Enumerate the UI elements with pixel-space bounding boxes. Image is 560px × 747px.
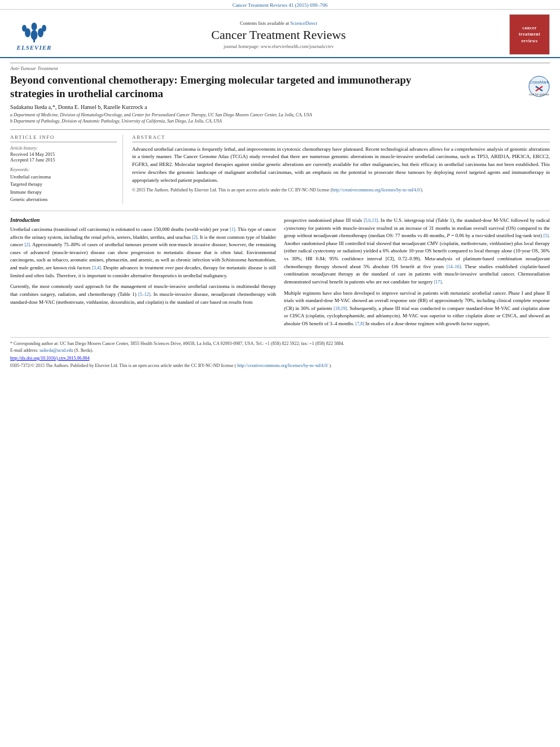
keyword-1: Urothelial carcinoma [10,173,117,181]
right-paragraph-1: prospective randomised phase III trials … [284,217,550,328]
authors-line: Sadakatsu Ikeda a,*, Donna E. Hansel b, … [10,104,550,110]
svg-point-4 [22,25,27,32]
svg-text:CrossMark: CrossMark [530,80,549,84]
abstract-text: Advanced urothelial carcinoma is frequen… [132,146,550,185]
elsevier-wordmark: ELSEVIER [17,44,52,51]
article-info-column: ARTICLE INFO Article history: Received 1… [10,134,123,204]
abstract-header: ABSTRACT [132,134,550,142]
introduction-title: Introduction [10,217,276,223]
keyword-4: Genetic aberrations [10,196,117,204]
doi-anchor[interactable]: http://dx.doi.org/10.1016/j.ctrv.2015.06… [10,356,89,361]
journal-title-block: Contents lists available at ScienceDirec… [58,20,499,49]
svg-point-5 [42,25,46,32]
bottom-license-link[interactable]: http://creativecommons.org/licenses/by-n… [237,363,328,368]
doi-link[interactable]: http://dx.doi.org/10.1016/j.ctrv.2015.06… [10,356,550,361]
received-date: Received 14 May 2015 [10,151,117,157]
article-info-header: ARTICLE INFO [10,134,117,142]
email-link[interactable]: saikeda@ucsd.edu [40,348,73,353]
elsevier-logo: ELSEVIER [10,18,58,51]
left-body-column: Introduction Urothelial carcinoma (trans… [10,217,276,331]
article-title: Beyond conventional chemotherapy: Emergi… [10,73,450,101]
elsevier-tree-icon [19,18,50,43]
svg-point-6 [32,23,37,30]
crossmark-badge[interactable]: CrossMark click for updates [528,76,550,98]
corresponding-author-note: * Corresponding author at: UC San Diego … [10,340,550,347]
journal-title: Cancer Treatment Reviews [58,28,499,42]
crossmark-icon: CrossMark click for updates [528,76,550,97]
issn-license-note: 0305-7372/© 2015 The Authors. Published … [10,362,550,369]
article-content: Anti-Tumour Treatment Beyond conventiona… [0,58,560,374]
journal-homepage: journal homepage: www.elsevierhealth.com… [58,43,499,49]
accepted-date: Accepted 17 June 2015 [10,157,117,163]
right-body-column: prospective randomised phase III trials … [284,217,550,331]
journal-logo-box: cancertreatmentreviews [499,14,550,55]
intro-paragraph-1: Urothelial carcinoma (transitional cell … [10,226,276,306]
keywords-label: Keywords: [10,167,117,172]
sciencedirect-link[interactable]: ScienceDirect [290,20,317,26]
journal-header: ELSEVIER Contents lists available at Sci… [0,9,560,58]
footnote-section: * Corresponding author at: UC San Diego … [10,337,550,369]
affiliation-a: a Department of Medicine, Division of He… [10,112,550,117]
keyword-2: Targeted therapy [10,181,117,189]
article-info-abstract-section: ARTICLE INFO Article history: Received 1… [10,129,550,204]
journal-reference: Cancer Treatment Reviews 41 (2015) 699–7… [0,0,560,9]
main-body: Introduction Urothelial carcinoma (trans… [10,211,550,331]
svg-point-1 [31,30,38,40]
contents-available-line: Contents lists available at ScienceDirec… [58,20,499,26]
cancer-treatment-reviews-logo: cancertreatmentreviews [509,14,550,55]
history-label: Article history: [10,146,117,151]
keyword-3: Immune therapy [10,189,117,196]
license-link[interactable]: http://creativecommons.org/licenses/by-n… [332,187,421,193]
abstract-column: ABSTRACT Advanced urothelial carcinoma i… [132,134,550,204]
email-note: E-mail address: saikeda@ucsd.edu (S. Ike… [10,347,550,354]
svg-text:click for updates: click for updates [529,93,550,96]
affiliation-b: b Department of Pathology, Division of A… [10,119,550,124]
article-section-tag: Anti-Tumour Treatment [10,63,550,71]
abstract-license: © 2015 The Authors. Published by Elsevie… [132,187,550,193]
